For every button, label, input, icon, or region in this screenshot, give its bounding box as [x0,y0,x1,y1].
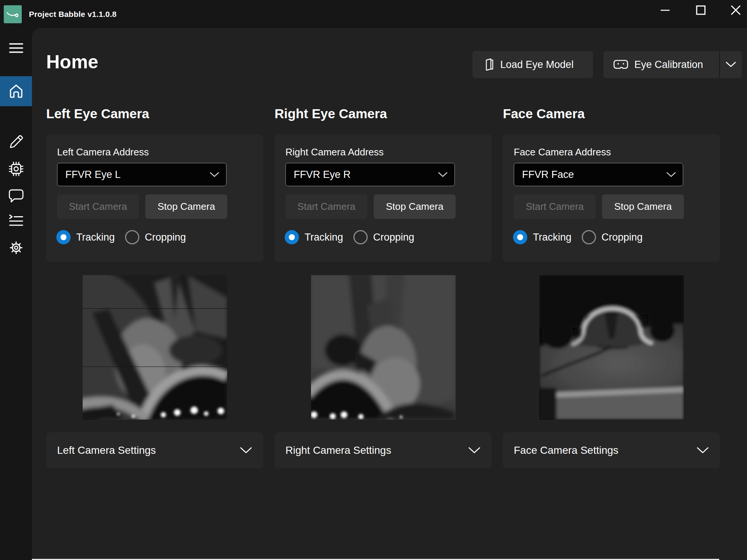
sidebar-item-logs[interactable] [0,210,32,232]
sidebar-item-feedback[interactable] [0,185,32,207]
face-camera-settings-expander[interactable]: Face Camera Settings [503,432,720,468]
left-camera-settings-label: Left Camera Settings [57,444,240,456]
left-eye-camera-heading: Left Eye Camera [46,106,149,121]
right-eye-camera-heading: Right Eye Camera [275,106,387,121]
close-icon [731,5,741,15]
app-window: Project Babble v1.1.0.8 [0,0,747,560]
left-camera-button-row: Start Camera Stop Camera [57,194,227,219]
left-eye-preview-image [83,275,227,420]
load-eye-model-label: Load Eye Model [500,59,573,71]
eye-calibration-dropdown-button[interactable] [720,51,742,78]
face-camera-card: Face Camera Address FFVR Face Start Came… [503,134,720,262]
page-title: Home [46,51,98,73]
face-mode-radio-group: Tracking Cropping [513,230,643,245]
sidebar-item-settings[interactable] [0,237,32,259]
chevron-down-icon [697,447,709,454]
left-camera-address-value: FFVR Eye L [65,169,210,181]
maximize-icon [696,5,706,15]
model-door-icon [483,58,494,71]
right-eye-camera-card: Right Camera Address FFVR Eye R Start Ca… [275,134,492,262]
left-mode-radio-group: Tracking Cropping [56,230,186,245]
face-start-camera-button[interactable]: Start Camera [514,194,596,219]
left-cropping-radio[interactable] [125,230,139,244]
face-tracking-label: Tracking [533,232,572,243]
sidebar-menu-toggle[interactable] [0,37,32,59]
gear-icon [8,240,24,256]
face-cropping-label: Cropping [602,232,643,243]
menu-icon [9,42,23,54]
chevron-down-icon [240,447,252,454]
left-eye-camera-preview [83,275,227,420]
eye-calibration-split-button: Eye Calibration [604,51,742,78]
face-camera-button-row: Start Camera Stop Camera [514,194,684,219]
chat-icon [8,188,24,203]
left-cropping-label: Cropping [145,232,186,243]
face-camera-preview [539,275,684,420]
chevron-down-icon [210,172,219,178]
console-icon [9,214,24,228]
left-camera-settings-expander[interactable]: Left Camera Settings [46,432,263,468]
face-cropping-radio[interactable] [582,230,596,244]
load-eye-model-button[interactable]: Load Eye Model [472,51,593,78]
face-camera-settings-label: Face Camera Settings [514,444,697,456]
right-camera-settings-label: Right Camera Settings [285,444,468,456]
app-logo-icon [4,5,22,23]
left-camera-address-label: Left Camera Address [57,146,149,158]
chevron-down-icon [438,172,448,178]
right-start-camera-button[interactable]: Start Camera [285,194,367,219]
chevron-down-icon [468,447,480,454]
right-stop-camera-button[interactable]: Stop Camera [374,194,456,219]
left-tracking-label: Tracking [76,232,115,243]
right-camera-address-value: FFVR Eye R [294,169,438,181]
right-cropping-radio[interactable] [353,230,368,244]
face-preview-image [539,275,684,420]
left-eye-camera-card: Left Camera Address FFVR Eye L Start Cam… [46,134,263,262]
pencil-icon [9,134,24,149]
title-bar: Project Babble v1.1.0.8 [0,0,747,28]
right-tracking-radio[interactable] [285,230,299,244]
left-start-camera-button[interactable]: Start Camera [57,194,139,219]
right-eye-preview-image [311,275,456,420]
left-tracking-radio[interactable] [56,230,71,244]
minimize-button[interactable] [656,2,674,19]
right-camera-address-select[interactable]: FFVR Eye R [285,163,455,186]
babble-smile-icon [5,7,20,22]
right-cropping-label: Cropping [373,232,415,243]
sidebar-item-calibration[interactable] [0,131,32,153]
chip-icon [8,161,24,177]
face-camera-heading: Face Camera [503,106,585,121]
right-mode-radio-group: Tracking Cropping [285,230,414,245]
left-camera-address-select[interactable]: FFVR Eye L [57,163,226,186]
sidebar-item-algorithm[interactable] [0,158,32,180]
sidebar-item-home[interactable] [0,76,32,106]
left-stop-camera-button[interactable]: Stop Camera [145,194,227,219]
maximize-button[interactable] [692,2,709,19]
home-icon [8,83,24,99]
right-camera-settings-expander[interactable]: Right Camera Settings [275,432,492,468]
app-title: Project Babble v1.1.0.8 [29,0,116,28]
face-camera-address-select[interactable]: FFVR Face [514,163,683,186]
minimize-icon [660,5,670,15]
eye-calibration-button[interactable]: Eye Calibration [604,51,719,78]
sidebar-nav [0,28,32,560]
face-camera-address-value: FFVR Face [522,169,666,181]
close-button[interactable] [727,2,744,19]
face-tracking-radio[interactable] [513,230,527,244]
right-camera-address-label: Right Camera Address [285,146,384,158]
chevron-down-icon [666,172,676,178]
right-tracking-label: Tracking [305,232,343,243]
face-stop-camera-button[interactable]: Stop Camera [602,194,684,219]
chevron-down-icon [726,62,736,68]
face-camera-address-label: Face Camera Address [514,146,611,158]
right-eye-camera-preview [311,275,456,420]
eye-calibration-label: Eye Calibration [634,59,703,71]
vr-headset-icon [613,59,628,70]
right-camera-button-row: Start Camera Stop Camera [285,194,456,219]
